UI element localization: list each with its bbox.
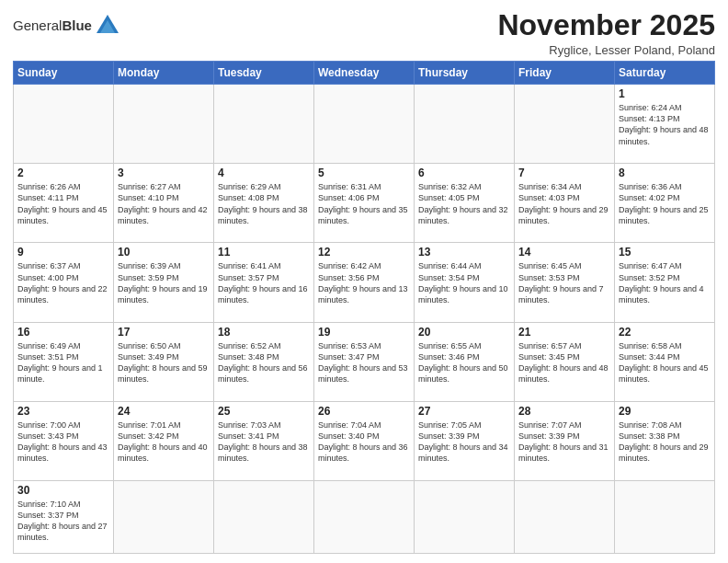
table-row xyxy=(14,85,114,164)
table-row xyxy=(615,480,715,553)
day-info: Sunrise: 6:41 AM Sunset: 3:57 PM Dayligh… xyxy=(218,260,310,305)
day-info: Sunrise: 7:03 AM Sunset: 3:41 PM Dayligh… xyxy=(218,419,310,465)
table-row xyxy=(114,480,214,553)
day-number: 4 xyxy=(218,167,310,179)
day-number: 20 xyxy=(418,326,510,339)
table-row: 13Sunrise: 6:44 AM Sunset: 3:54 PM Dayli… xyxy=(415,243,515,322)
day-info: Sunrise: 6:49 AM Sunset: 3:51 PM Dayligh… xyxy=(17,340,109,385)
day-info: Sunrise: 7:01 AM Sunset: 3:42 PM Dayligh… xyxy=(118,419,210,465)
day-number: 21 xyxy=(518,326,610,339)
table-row: 3Sunrise: 6:27 AM Sunset: 4:10 PM Daylig… xyxy=(114,164,214,243)
day-info: Sunrise: 6:31 AM Sunset: 4:06 PM Dayligh… xyxy=(318,181,410,226)
day-info: Sunrise: 6:44 AM Sunset: 3:54 PM Dayligh… xyxy=(418,260,510,305)
table-row xyxy=(415,480,515,553)
day-number: 18 xyxy=(218,326,310,339)
day-number: 2 xyxy=(17,167,109,179)
day-number: 29 xyxy=(619,405,711,418)
day-number: 9 xyxy=(17,246,109,259)
day-info: Sunrise: 6:26 AM Sunset: 4:11 PM Dayligh… xyxy=(17,181,109,226)
day-number: 16 xyxy=(17,326,109,339)
day-number: 8 xyxy=(619,167,711,179)
logo-icon xyxy=(95,13,120,39)
table-row: 2Sunrise: 6:26 AM Sunset: 4:11 PM Daylig… xyxy=(14,164,114,243)
day-number: 13 xyxy=(418,246,510,259)
day-number: 14 xyxy=(518,246,610,259)
day-number: 19 xyxy=(318,326,410,339)
subtitle: Ryglice, Lesser Poland, Poland xyxy=(497,43,715,57)
day-info: Sunrise: 6:42 AM Sunset: 3:56 PM Dayligh… xyxy=(318,260,410,305)
day-info: Sunrise: 7:00 AM Sunset: 3:43 PM Dayligh… xyxy=(17,419,109,465)
table-row: 17Sunrise: 6:50 AM Sunset: 3:49 PM Dayli… xyxy=(114,322,214,401)
table-row xyxy=(314,85,415,164)
table-row: 20Sunrise: 6:55 AM Sunset: 3:46 PM Dayli… xyxy=(415,322,515,401)
day-info: Sunrise: 6:24 AM Sunset: 4:13 PM Dayligh… xyxy=(619,102,711,147)
table-row: 12Sunrise: 6:42 AM Sunset: 3:56 PM Dayli… xyxy=(314,243,415,322)
day-info: Sunrise: 6:47 AM Sunset: 3:52 PM Dayligh… xyxy=(619,260,711,305)
table-row: 9Sunrise: 6:37 AM Sunset: 4:00 PM Daylig… xyxy=(14,243,114,322)
table-row xyxy=(515,480,615,553)
page: GeneralBlue November 2025 Ryglice, Lesse… xyxy=(0,0,728,563)
table-row: 26Sunrise: 7:04 AM Sunset: 3:40 PM Dayli… xyxy=(314,401,415,480)
day-number: 3 xyxy=(118,167,210,179)
col-thursday: Thursday xyxy=(415,62,515,85)
day-info: Sunrise: 6:37 AM Sunset: 4:00 PM Dayligh… xyxy=(17,260,109,305)
table-row: 25Sunrise: 7:03 AM Sunset: 3:41 PM Dayli… xyxy=(214,401,314,480)
table-row xyxy=(214,85,314,164)
table-row: 14Sunrise: 6:45 AM Sunset: 3:53 PM Dayli… xyxy=(515,243,615,322)
logo: GeneralBlue xyxy=(13,13,120,39)
day-number: 30 xyxy=(17,484,109,497)
table-row: 15Sunrise: 6:47 AM Sunset: 3:52 PM Dayli… xyxy=(615,243,715,322)
day-info: Sunrise: 7:08 AM Sunset: 3:38 PM Dayligh… xyxy=(619,419,711,465)
table-row xyxy=(515,85,615,164)
day-number: 24 xyxy=(118,405,210,418)
table-row: 27Sunrise: 7:05 AM Sunset: 3:39 PM Dayli… xyxy=(415,401,515,480)
day-number: 11 xyxy=(218,246,310,259)
table-row: 16Sunrise: 6:49 AM Sunset: 3:51 PM Dayli… xyxy=(14,322,114,401)
table-row: 23Sunrise: 7:00 AM Sunset: 3:43 PM Dayli… xyxy=(14,401,114,480)
title-block: November 2025 Ryglice, Lesser Poland, Po… xyxy=(497,9,715,57)
day-number: 27 xyxy=(418,405,510,418)
table-row xyxy=(214,480,314,553)
day-number: 5 xyxy=(318,167,410,179)
day-info: Sunrise: 6:45 AM Sunset: 3:53 PM Dayligh… xyxy=(518,260,610,305)
day-info: Sunrise: 6:29 AM Sunset: 4:08 PM Dayligh… xyxy=(218,181,310,226)
day-info: Sunrise: 6:52 AM Sunset: 3:48 PM Dayligh… xyxy=(218,340,310,385)
col-sunday: Sunday xyxy=(14,62,114,85)
table-row: 28Sunrise: 7:07 AM Sunset: 3:39 PM Dayli… xyxy=(515,401,615,480)
day-number: 12 xyxy=(318,246,410,259)
calendar-header-row: Sunday Monday Tuesday Wednesday Thursday… xyxy=(14,62,715,85)
table-row: 5Sunrise: 6:31 AM Sunset: 4:06 PM Daylig… xyxy=(314,164,415,243)
table-row xyxy=(415,85,515,164)
day-number: 1 xyxy=(619,87,711,100)
table-row: 24Sunrise: 7:01 AM Sunset: 3:42 PM Dayli… xyxy=(114,401,214,480)
day-info: Sunrise: 6:36 AM Sunset: 4:02 PM Dayligh… xyxy=(619,181,711,226)
table-row: 8Sunrise: 6:36 AM Sunset: 4:02 PM Daylig… xyxy=(615,164,715,243)
day-info: Sunrise: 6:57 AM Sunset: 3:45 PM Dayligh… xyxy=(518,340,610,385)
table-row: 10Sunrise: 6:39 AM Sunset: 3:59 PM Dayli… xyxy=(114,243,214,322)
day-number: 22 xyxy=(619,326,711,339)
day-number: 28 xyxy=(518,405,610,418)
day-info: Sunrise: 6:50 AM Sunset: 3:49 PM Dayligh… xyxy=(118,340,210,385)
table-row xyxy=(314,480,415,553)
table-row: 7Sunrise: 6:34 AM Sunset: 4:03 PM Daylig… xyxy=(515,164,615,243)
col-friday: Friday xyxy=(515,62,615,85)
day-number: 17 xyxy=(118,326,210,339)
month-title: November 2025 xyxy=(497,9,715,41)
table-row: 22Sunrise: 6:58 AM Sunset: 3:44 PM Dayli… xyxy=(615,322,715,401)
day-info: Sunrise: 6:39 AM Sunset: 3:59 PM Dayligh… xyxy=(118,260,210,305)
day-number: 26 xyxy=(318,405,410,418)
table-row: 21Sunrise: 6:57 AM Sunset: 3:45 PM Dayli… xyxy=(515,322,615,401)
logo-text: GeneralBlue xyxy=(13,17,92,34)
table-row: 19Sunrise: 6:53 AM Sunset: 3:47 PM Dayli… xyxy=(314,322,415,401)
table-row: 29Sunrise: 7:08 AM Sunset: 3:38 PM Dayli… xyxy=(615,401,715,480)
table-row: 30Sunrise: 7:10 AM Sunset: 3:37 PM Dayli… xyxy=(14,480,114,553)
day-info: Sunrise: 7:04 AM Sunset: 3:40 PM Dayligh… xyxy=(318,419,410,465)
col-tuesday: Tuesday xyxy=(214,62,314,85)
day-info: Sunrise: 7:05 AM Sunset: 3:39 PM Dayligh… xyxy=(418,419,510,465)
table-row: 6Sunrise: 6:32 AM Sunset: 4:05 PM Daylig… xyxy=(415,164,515,243)
calendar-table: Sunday Monday Tuesday Wednesday Thursday… xyxy=(13,61,715,554)
col-monday: Monday xyxy=(114,62,214,85)
day-info: Sunrise: 7:07 AM Sunset: 3:39 PM Dayligh… xyxy=(518,419,610,465)
day-info: Sunrise: 6:27 AM Sunset: 4:10 PM Dayligh… xyxy=(118,181,210,226)
table-row: 11Sunrise: 6:41 AM Sunset: 3:57 PM Dayli… xyxy=(214,243,314,322)
